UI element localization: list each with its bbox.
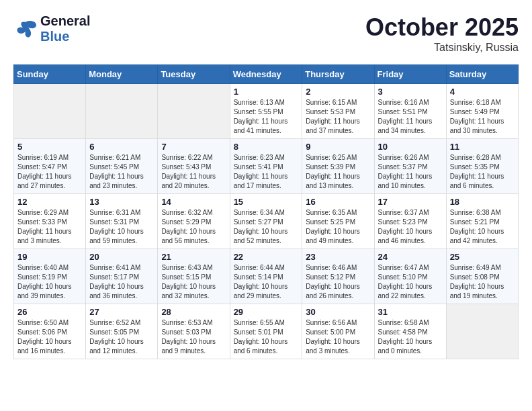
- weekday-header-wednesday: Wednesday: [230, 65, 302, 84]
- weekday-header-sunday: Sunday: [14, 65, 86, 84]
- day-number: 17: [378, 197, 443, 207]
- calendar-cell: 21Sunrise: 6:43 AM Sunset: 5:15 PM Dayli…: [158, 249, 230, 304]
- calendar-cell: 18Sunrise: 6:38 AM Sunset: 5:21 PM Dayli…: [446, 194, 518, 249]
- calendar-cell: 30Sunrise: 6:56 AM Sunset: 5:00 PM Dayli…: [302, 304, 374, 359]
- calendar-week-row: 12Sunrise: 6:29 AM Sunset: 5:33 PM Dayli…: [14, 194, 519, 249]
- day-number: 19: [17, 252, 82, 262]
- calendar-cell: 5Sunrise: 6:19 AM Sunset: 5:47 PM Daylig…: [14, 139, 86, 194]
- calendar-cell: 31Sunrise: 6:58 AM Sunset: 4:58 PM Dayli…: [374, 304, 446, 359]
- day-number: 16: [306, 197, 370, 207]
- logo: General Blue: [13, 13, 90, 44]
- calendar-cell: [86, 84, 158, 139]
- calendar-cell: 8Sunrise: 6:23 AM Sunset: 5:41 PM Daylig…: [230, 139, 302, 194]
- day-number: 5: [17, 142, 82, 152]
- day-number: 3: [378, 87, 443, 97]
- day-number: 9: [306, 142, 370, 152]
- day-info: Sunrise: 6:15 AM Sunset: 5:53 PM Dayligh…: [306, 98, 370, 136]
- title-block: October 2025 Tatsinskiy, Russia: [365, 13, 519, 54]
- calendar-cell: 10Sunrise: 6:26 AM Sunset: 5:37 PM Dayli…: [374, 139, 446, 194]
- day-info: Sunrise: 6:37 AM Sunset: 5:23 PM Dayligh…: [378, 208, 443, 246]
- weekday-header-friday: Friday: [374, 65, 446, 84]
- day-info: Sunrise: 6:38 AM Sunset: 5:21 PM Dayligh…: [450, 208, 515, 246]
- calendar-cell: 19Sunrise: 6:40 AM Sunset: 5:19 PM Dayli…: [14, 249, 86, 304]
- calendar-cell: 3Sunrise: 6:16 AM Sunset: 5:51 PM Daylig…: [374, 84, 446, 139]
- day-number: 14: [161, 197, 226, 207]
- day-info: Sunrise: 6:32 AM Sunset: 5:29 PM Dayligh…: [161, 208, 226, 246]
- day-info: Sunrise: 6:31 AM Sunset: 5:31 PM Dayligh…: [89, 208, 154, 246]
- calendar-cell: 1Sunrise: 6:13 AM Sunset: 5:55 PM Daylig…: [230, 84, 302, 139]
- calendar-week-row: 19Sunrise: 6:40 AM Sunset: 5:19 PM Dayli…: [14, 249, 519, 304]
- calendar-week-row: 5Sunrise: 6:19 AM Sunset: 5:47 PM Daylig…: [14, 139, 519, 194]
- day-info: Sunrise: 6:58 AM Sunset: 4:58 PM Dayligh…: [378, 318, 443, 356]
- location: Tatsinskiy, Russia: [365, 42, 519, 54]
- day-number: 22: [234, 252, 299, 262]
- calendar-cell: 28Sunrise: 6:53 AM Sunset: 5:03 PM Dayli…: [158, 304, 230, 359]
- calendar-week-row: 1Sunrise: 6:13 AM Sunset: 5:55 PM Daylig…: [14, 84, 519, 139]
- day-info: Sunrise: 6:26 AM Sunset: 5:37 PM Dayligh…: [378, 153, 443, 191]
- day-info: Sunrise: 6:13 AM Sunset: 5:55 PM Dayligh…: [234, 98, 299, 136]
- day-info: Sunrise: 6:41 AM Sunset: 5:17 PM Dayligh…: [89, 263, 154, 301]
- day-info: Sunrise: 6:47 AM Sunset: 5:10 PM Dayligh…: [378, 263, 443, 301]
- day-info: Sunrise: 6:50 AM Sunset: 5:06 PM Dayligh…: [17, 318, 82, 356]
- day-info: Sunrise: 6:44 AM Sunset: 5:14 PM Dayligh…: [234, 263, 299, 301]
- day-info: Sunrise: 6:46 AM Sunset: 5:12 PM Dayligh…: [306, 263, 370, 301]
- day-info: Sunrise: 6:49 AM Sunset: 5:08 PM Dayligh…: [450, 263, 515, 301]
- calendar-cell: [446, 304, 518, 359]
- day-number: 31: [378, 307, 443, 317]
- day-number: 21: [161, 252, 226, 262]
- calendar-cell: 27Sunrise: 6:52 AM Sunset: 5:05 PM Dayli…: [86, 304, 158, 359]
- day-info: Sunrise: 6:35 AM Sunset: 5:25 PM Dayligh…: [306, 208, 370, 246]
- calendar-cell: 20Sunrise: 6:41 AM Sunset: 5:17 PM Dayli…: [86, 249, 158, 304]
- calendar-cell: 6Sunrise: 6:21 AM Sunset: 5:45 PM Daylig…: [86, 139, 158, 194]
- day-number: 4: [450, 87, 515, 97]
- weekday-header-saturday: Saturday: [446, 65, 518, 84]
- page-header: General Blue October 2025 Tatsinskiy, Ru…: [13, 13, 519, 54]
- day-number: 13: [89, 197, 154, 207]
- day-info: Sunrise: 6:16 AM Sunset: 5:51 PM Dayligh…: [378, 98, 443, 136]
- calendar-cell: 13Sunrise: 6:31 AM Sunset: 5:31 PM Dayli…: [86, 194, 158, 249]
- day-info: Sunrise: 6:18 AM Sunset: 5:49 PM Dayligh…: [450, 98, 515, 136]
- weekday-header-thursday: Thursday: [302, 65, 374, 84]
- day-number: 1: [234, 87, 299, 97]
- day-number: 8: [234, 142, 299, 152]
- day-info: Sunrise: 6:25 AM Sunset: 5:39 PM Dayligh…: [306, 153, 370, 191]
- day-number: 2: [306, 87, 370, 97]
- calendar-cell: 11Sunrise: 6:28 AM Sunset: 5:35 PM Dayli…: [446, 139, 518, 194]
- weekday-header-monday: Monday: [86, 65, 158, 84]
- day-info: Sunrise: 6:55 AM Sunset: 5:01 PM Dayligh…: [234, 318, 299, 356]
- calendar-cell: 29Sunrise: 6:55 AM Sunset: 5:01 PM Dayli…: [230, 304, 302, 359]
- day-info: Sunrise: 6:56 AM Sunset: 5:00 PM Dayligh…: [306, 318, 370, 356]
- calendar-cell: 17Sunrise: 6:37 AM Sunset: 5:23 PM Dayli…: [374, 194, 446, 249]
- logo-blue-text: Blue: [40, 29, 69, 44]
- day-info: Sunrise: 6:29 AM Sunset: 5:33 PM Dayligh…: [17, 208, 82, 246]
- day-number: 20: [89, 252, 154, 262]
- calendar-cell: 4Sunrise: 6:18 AM Sunset: 5:49 PM Daylig…: [446, 84, 518, 139]
- day-info: Sunrise: 6:22 AM Sunset: 5:43 PM Dayligh…: [161, 153, 226, 191]
- day-number: 29: [234, 307, 299, 317]
- calendar-cell: 12Sunrise: 6:29 AM Sunset: 5:33 PM Dayli…: [14, 194, 86, 249]
- day-number: 23: [306, 252, 370, 262]
- calendar-cell: 25Sunrise: 6:49 AM Sunset: 5:08 PM Dayli…: [446, 249, 518, 304]
- calendar-table: SundayMondayTuesdayWednesdayThursdayFrid…: [13, 64, 519, 359]
- day-info: Sunrise: 6:21 AM Sunset: 5:45 PM Dayligh…: [89, 153, 154, 191]
- day-info: Sunrise: 6:23 AM Sunset: 5:41 PM Dayligh…: [234, 153, 299, 191]
- day-info: Sunrise: 6:28 AM Sunset: 5:35 PM Dayligh…: [450, 153, 515, 191]
- day-number: 25: [450, 252, 515, 262]
- weekday-header-tuesday: Tuesday: [158, 65, 230, 84]
- weekday-header-row: SundayMondayTuesdayWednesdayThursdayFrid…: [14, 65, 519, 84]
- calendar-cell: 16Sunrise: 6:35 AM Sunset: 5:25 PM Dayli…: [302, 194, 374, 249]
- day-info: Sunrise: 6:34 AM Sunset: 5:27 PM Dayligh…: [234, 208, 299, 246]
- day-number: 24: [378, 252, 443, 262]
- day-info: Sunrise: 6:40 AM Sunset: 5:19 PM Dayligh…: [17, 263, 82, 301]
- day-number: 7: [161, 142, 226, 152]
- day-number: 26: [17, 307, 82, 317]
- calendar-cell: 26Sunrise: 6:50 AM Sunset: 5:06 PM Dayli…: [14, 304, 86, 359]
- calendar-cell: 2Sunrise: 6:15 AM Sunset: 5:53 PM Daylig…: [302, 84, 374, 139]
- calendar-cell: 23Sunrise: 6:46 AM Sunset: 5:12 PM Dayli…: [302, 249, 374, 304]
- day-number: 11: [450, 142, 515, 152]
- day-number: 12: [17, 197, 82, 207]
- calendar-cell: [14, 84, 86, 139]
- day-number: 27: [89, 307, 154, 317]
- calendar-cell: 15Sunrise: 6:34 AM Sunset: 5:27 PM Dayli…: [230, 194, 302, 249]
- month-title: October 2025: [365, 13, 519, 42]
